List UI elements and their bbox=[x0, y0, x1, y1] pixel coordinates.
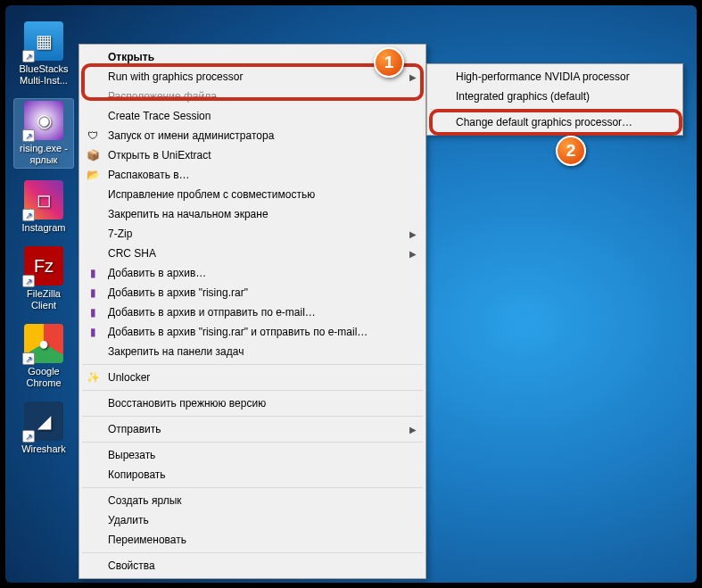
menu-delete[interactable]: Удалить bbox=[81, 510, 424, 530]
menu-item-label: Добавить в архив "rising.rar" и отправит… bbox=[108, 326, 368, 338]
menu-item-label: Удалить bbox=[108, 514, 149, 526]
menu-item-label: Добавить в архив и отправить по e-mail… bbox=[108, 306, 316, 319]
desktop-wallpaper: ▦↗BlueStacks Multi-Inst...◉↗rising.exe -… bbox=[5, 5, 697, 583]
app-icon: ▦↗ bbox=[24, 21, 63, 61]
desktop-icon-label: FileZilla Client bbox=[14, 288, 73, 311]
menu-separator bbox=[430, 109, 680, 110]
menu-file-location[interactable]: Расположение файла bbox=[81, 87, 424, 106]
winrar-icon: ▮ bbox=[85, 285, 101, 301]
menu-item-label: Закрепить на начальном экране bbox=[108, 208, 268, 220]
menu-item-label: Восстановить прежнюю версию bbox=[108, 397, 266, 410]
desktop-icon[interactable]: ◻↗Instagram bbox=[14, 180, 73, 234]
desktop-icon[interactable]: ◢↗Wireshark bbox=[14, 402, 73, 455]
menu-uniextract[interactable]: 📦Открыть в UniExtract bbox=[81, 145, 424, 165]
menu-item-label: Исправление проблем с совместимостью bbox=[108, 188, 315, 201]
menu-rename[interactable]: Переименовать bbox=[81, 530, 424, 550]
menu-item-label: Открыть bbox=[108, 51, 154, 63]
menu-crc[interactable]: CRC SHA▶ bbox=[81, 244, 424, 263]
shortcut-arrow-icon: ↗ bbox=[22, 430, 35, 443]
menu-item-label: Create Trace Session bbox=[108, 110, 211, 122]
app-icon: ●↗ bbox=[24, 324, 63, 363]
app-icon: ◉↗ bbox=[24, 101, 63, 140]
winrar-icon: ▮ bbox=[85, 265, 101, 281]
menu-item-label: 7-Zip bbox=[108, 228, 132, 240]
menu-item-label: Unlocker bbox=[108, 371, 150, 384]
context-menu-main: Открыть Run with graphics processor▶ Рас… bbox=[78, 44, 426, 579]
menu-separator bbox=[82, 442, 423, 443]
desktop-icon[interactable]: ▦↗BlueStacks Multi-Inst... bbox=[14, 21, 73, 87]
app-icon: ◢↗ bbox=[24, 402, 63, 441]
menu-item-label: Run with graphics processor bbox=[108, 70, 243, 83]
menu-run-admin[interactable]: 🛡Запуск от имени администратора bbox=[81, 126, 424, 145]
menu-create-shortcut[interactable]: Создать ярлык bbox=[81, 491, 424, 510]
menu-unpack[interactable]: 📂Распаковать в… bbox=[81, 165, 424, 185]
chevron-right-icon: ▶ bbox=[409, 72, 417, 82]
menu-properties[interactable]: Свойства bbox=[81, 556, 424, 576]
context-menu-gpu-submenu: High-performance NVIDIA processor Integr… bbox=[426, 63, 683, 136]
menu-7zip[interactable]: 7-Zip▶ bbox=[81, 224, 424, 244]
menu-item-label: CRC SHA bbox=[108, 247, 156, 260]
annotation-badge-2: 2 bbox=[556, 136, 586, 166]
menu-restore[interactable]: Восстановить прежнюю версию bbox=[81, 393, 424, 413]
desktop-icon[interactable]: ●↗Google Chrome bbox=[14, 324, 73, 389]
menu-open[interactable]: Открыть bbox=[81, 47, 424, 67]
menu-item-label: Отправить bbox=[108, 423, 161, 435]
menu-item-label: High-performance NVIDIA processor bbox=[456, 70, 630, 83]
menu-separator bbox=[82, 416, 423, 417]
shortcut-arrow-icon: ↗ bbox=[22, 275, 35, 287]
menu-unlocker[interactable]: ✨Unlocker bbox=[81, 368, 424, 387]
menu-item-label: Расположение файла bbox=[108, 90, 217, 103]
menu-send[interactable]: Отправить▶ bbox=[81, 419, 424, 439]
submenu-nvidia[interactable]: High-performance NVIDIA processor bbox=[429, 67, 681, 87]
shortcut-arrow-icon: ↗ bbox=[22, 50, 35, 62]
menu-cut[interactable]: Вырезать bbox=[81, 445, 424, 465]
menu-item-label: Переименовать bbox=[108, 534, 186, 546]
menu-separator bbox=[82, 364, 423, 365]
menu-item-label: Создать ярлык bbox=[108, 494, 182, 507]
menu-create-trace[interactable]: Create Trace Session bbox=[81, 106, 424, 126]
menu-separator bbox=[82, 390, 423, 391]
submenu-change-default[interactable]: Change default graphics processor… bbox=[429, 112, 681, 132]
app-icon: ◻↗ bbox=[24, 180, 63, 219]
menu-item-label: Integrated graphics (default) bbox=[456, 90, 590, 103]
unpack-icon: 📂 bbox=[85, 167, 101, 183]
menu-rar-email[interactable]: ▮Добавить в архив "rising.rar" и отправи… bbox=[81, 322, 424, 342]
menu-item-label: Добавить в архив… bbox=[108, 267, 206, 279]
submenu-integrated[interactable]: Integrated graphics (default) bbox=[429, 87, 681, 106]
desktop-icon-label: rising.exe - ярлык bbox=[14, 143, 73, 166]
menu-item-label: Запуск от имени администратора bbox=[108, 129, 274, 142]
desktop-icon-label: BlueStacks Multi-Inst... bbox=[14, 63, 73, 87]
menu-add-archive[interactable]: ▮Добавить в архив… bbox=[81, 263, 424, 283]
menu-item-label: Свойства bbox=[108, 559, 155, 572]
chevron-right-icon: ▶ bbox=[409, 425, 417, 435]
menu-item-label: Закрепить на панели задач bbox=[108, 345, 244, 358]
shortcut-arrow-icon: ↗ bbox=[22, 352, 35, 365]
desktop-icon-label: Wireshark bbox=[21, 443, 66, 455]
shortcut-arrow-icon: ↗ bbox=[22, 209, 35, 221]
menu-add-rar[interactable]: ▮Добавить в архив "rising.rar" bbox=[81, 283, 424, 302]
menu-item-label: Вырезать bbox=[108, 449, 155, 461]
menu-run-gpu[interactable]: Run with graphics processor▶ bbox=[81, 67, 424, 87]
desktop-icon[interactable]: ◉↗rising.exe - ярлык bbox=[14, 99, 73, 168]
menu-item-label: Распаковать в… bbox=[108, 169, 190, 181]
desktop-icon-label: Google Chrome bbox=[14, 366, 73, 389]
menu-pin-taskbar[interactable]: Закрепить на панели задач bbox=[81, 342, 424, 361]
shortcut-arrow-icon: ↗ bbox=[22, 129, 35, 142]
menu-item-label: Копировать bbox=[108, 468, 166, 481]
menu-item-label: Change default graphics processor… bbox=[456, 116, 632, 128]
menu-pin-start[interactable]: Закрепить на начальном экране bbox=[81, 204, 424, 224]
menu-archive-email[interactable]: ▮Добавить в архив и отправить по e-mail… bbox=[81, 302, 424, 322]
menu-copy[interactable]: Копировать bbox=[81, 465, 424, 484]
chevron-right-icon: ▶ bbox=[409, 229, 417, 239]
desktop-icon-label: Instagram bbox=[22, 222, 66, 234]
desktop-icon[interactable]: Fz↗FileZilla Client bbox=[14, 246, 73, 311]
shield-icon: 🛡 bbox=[85, 128, 101, 144]
app-icon: Fz↗ bbox=[24, 246, 63, 286]
menu-compat[interactable]: Исправление проблем с совместимостью bbox=[81, 185, 424, 204]
winrar-icon: ▮ bbox=[85, 304, 101, 320]
chevron-right-icon: ▶ bbox=[409, 249, 417, 259]
extract-icon: 📦 bbox=[85, 147, 101, 163]
menu-item-label: Добавить в архив "rising.rar" bbox=[108, 286, 248, 299]
menu-separator bbox=[82, 552, 423, 553]
menu-item-label: Открыть в UniExtract bbox=[108, 149, 211, 161]
